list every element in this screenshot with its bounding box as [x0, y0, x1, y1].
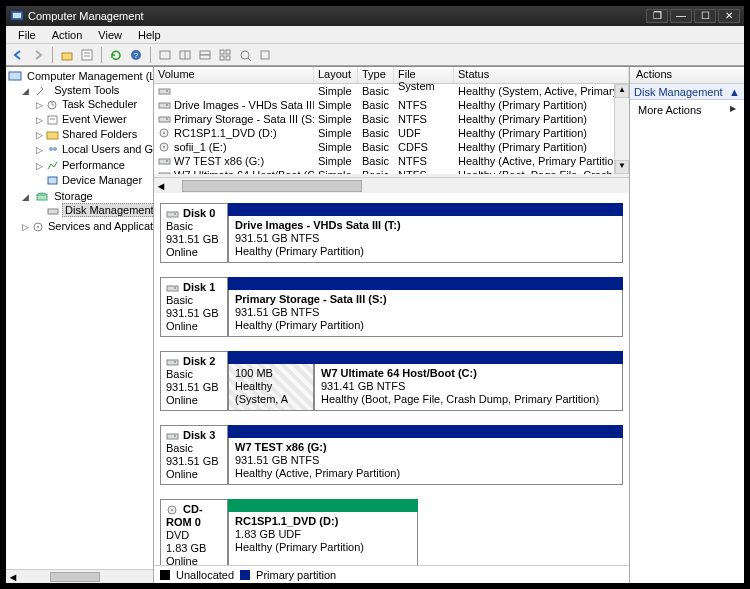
- computer-icon: [8, 71, 22, 83]
- up-button[interactable]: [59, 47, 75, 63]
- col-volume[interactable]: Volume: [154, 67, 314, 83]
- volume-row[interactable]: RC1SP1.1_DVD (D:)SimpleBasicUDFHealthy (…: [154, 126, 629, 140]
- svg-line-18: [248, 58, 251, 61]
- properties-button[interactable]: [79, 47, 95, 63]
- partition[interactable]: 100 MBHealthy (System, A: [228, 364, 314, 411]
- svg-rect-12: [200, 55, 210, 59]
- volume-row[interactable]: W7 TEST x86 (G:)SimpleBasicNTFSHealthy (…: [154, 154, 629, 168]
- expander-icon[interactable]: ◢: [22, 86, 32, 96]
- minimize-button[interactable]: —: [670, 9, 692, 23]
- disk-icon: [46, 205, 60, 217]
- partition[interactable]: W7 Ultimate 64 Host/Boot (C:)931.41 GB N…: [314, 364, 623, 411]
- volume-row[interactable]: W7 Ultimate 64 Host/Boot (C:)SimpleBasic…: [154, 168, 629, 174]
- toolbar-icon-4[interactable]: [217, 47, 233, 63]
- svg-rect-24: [48, 116, 57, 124]
- tree-shared-folders[interactable]: Shared Folders: [62, 128, 137, 140]
- app-icon: [10, 9, 24, 23]
- nav-tree[interactable]: Computer Management (Local ◢ System Tool…: [6, 67, 154, 583]
- partition[interactable]: Primary Storage - Sata III (S:)931.51 GB…: [228, 290, 623, 337]
- tree-device-manager[interactable]: Device Manager: [62, 174, 142, 186]
- partition[interactable]: W7 TEST x86 (G:)931.51 GB NTFSHealthy (A…: [228, 438, 623, 485]
- actions-header: Actions: [630, 67, 744, 84]
- actions-category[interactable]: Disk Management ▲: [630, 84, 744, 100]
- disk-info: Disk 2Basic931.51 GBOnline: [160, 351, 228, 411]
- volumes-hscrollbar[interactable]: ◄: [154, 177, 629, 193]
- svg-point-58: [171, 509, 173, 511]
- toolbar-icon-3[interactable]: [197, 47, 213, 63]
- actions-more[interactable]: More Actions: [630, 100, 744, 120]
- tree-storage[interactable]: Storage: [54, 190, 93, 202]
- expander-icon[interactable]: ▷: [36, 100, 46, 110]
- svg-point-17: [241, 51, 249, 59]
- expander-icon[interactable]: ▷: [22, 222, 32, 232]
- restore-down-button[interactable]: ❐: [646, 9, 668, 23]
- close-button[interactable]: ✕: [718, 9, 740, 23]
- tree-task-scheduler[interactable]: Task Scheduler: [62, 98, 137, 110]
- toolbar-icon-6[interactable]: [257, 47, 273, 63]
- volume-icon: [158, 170, 172, 174]
- grid-vscrollbar[interactable]: ▲ ▼: [614, 84, 629, 174]
- tree-performance[interactable]: Performance: [62, 159, 125, 171]
- toolbar-icon-5[interactable]: [237, 47, 253, 63]
- partition[interactable]: Drive Images - VHDs Sata III (T:)931.51 …: [228, 216, 623, 263]
- disk-disk3[interactable]: Disk 3Basic931.51 GBOnlineW7 TEST x86 (G…: [160, 425, 623, 485]
- disk-disk0[interactable]: Disk 0Basic931.51 GBOnlineDrive Images -…: [160, 203, 623, 263]
- volume-row[interactable]: SimpleBasicHealthy (System, Active, Prim…: [154, 84, 629, 98]
- menu-view[interactable]: View: [90, 29, 130, 41]
- menu-file[interactable]: File: [10, 29, 44, 41]
- svg-rect-29: [48, 177, 57, 184]
- expander-icon[interactable]: ◢: [22, 192, 32, 202]
- svg-rect-26: [47, 132, 58, 139]
- col-status[interactable]: Status: [454, 67, 629, 83]
- disk-icon: [166, 431, 180, 442]
- legend-primary: Primary partition: [256, 569, 336, 581]
- help-button[interactable]: ?: [128, 47, 144, 63]
- tree-system-tools[interactable]: System Tools: [54, 84, 119, 96]
- volume-icon: [158, 156, 172, 167]
- svg-point-36: [166, 90, 168, 92]
- volume-row[interactable]: Primary Storage - Sata III (S:)SimpleBas…: [154, 112, 629, 126]
- svg-point-56: [174, 435, 176, 437]
- volume-row[interactable]: sofii_1 (E:)SimpleBasicCDFSHealthy (Prim…: [154, 140, 629, 154]
- tree-event-viewer[interactable]: Event Viewer: [62, 113, 127, 125]
- tree-root[interactable]: Computer Management (Local: [27, 70, 154, 82]
- actions-pane: Actions Disk Management ▲ More Actions: [630, 67, 744, 583]
- toolbar-icon-2[interactable]: [177, 47, 193, 63]
- tree-hscrollbar[interactable]: ◄: [6, 569, 153, 583]
- menu-action[interactable]: Action: [44, 29, 91, 41]
- tree-services[interactable]: Services and Applications: [48, 220, 154, 232]
- tree-local-users[interactable]: Local Users and Groups: [62, 143, 154, 155]
- svg-point-27: [49, 147, 53, 151]
- toolbar-icon-1[interactable]: [157, 47, 173, 63]
- partition[interactable]: RC1SP1.1_DVD (D:)1.83 GB UDFHealthy (Pri…: [228, 512, 418, 565]
- tree-disk-management[interactable]: Disk Management: [62, 203, 154, 217]
- disk-disk1[interactable]: Disk 1Basic931.51 GBOnlinePrimary Storag…: [160, 277, 623, 337]
- col-filesystem[interactable]: File System: [394, 67, 454, 83]
- col-type[interactable]: Type: [358, 67, 394, 83]
- volume-icon: [158, 142, 172, 153]
- disk-map[interactable]: Disk 0Basic931.51 GBOnlineDrive Images -…: [154, 193, 629, 565]
- volume-row[interactable]: Drive Images - VHDs Sata III (T:)SimpleB…: [154, 98, 629, 112]
- performance-icon: [46, 160, 60, 172]
- forward-button[interactable]: [30, 47, 46, 63]
- volume-icon: [158, 114, 172, 125]
- grid-header[interactable]: Volume Layout Type File System Status: [154, 67, 629, 84]
- svg-rect-47: [159, 173, 170, 174]
- svg-rect-32: [48, 209, 58, 214]
- window-title: Computer Management: [28, 10, 646, 22]
- expander-icon[interactable]: ▷: [36, 130, 46, 140]
- menu-help[interactable]: Help: [130, 29, 169, 41]
- disk-disk2[interactable]: Disk 2Basic931.51 GBOnline100 MBHealthy …: [160, 351, 623, 411]
- svg-point-38: [166, 104, 168, 106]
- expander-icon[interactable]: ▷: [36, 161, 46, 171]
- col-layout[interactable]: Layout: [314, 67, 358, 83]
- disk-cd0[interactable]: CD-ROM 0DVD1.83 GBOnlineRC1SP1.1_DVD (D:…: [160, 499, 623, 565]
- expander-icon[interactable]: ▷: [36, 115, 46, 125]
- svg-point-44: [163, 146, 165, 148]
- refresh-button[interactable]: [108, 47, 124, 63]
- svg-point-42: [163, 132, 165, 134]
- expander-icon[interactable]: ▷: [36, 145, 46, 155]
- back-button[interactable]: [10, 47, 26, 63]
- svg-rect-14: [226, 50, 230, 54]
- maximize-button[interactable]: ☐: [694, 9, 716, 23]
